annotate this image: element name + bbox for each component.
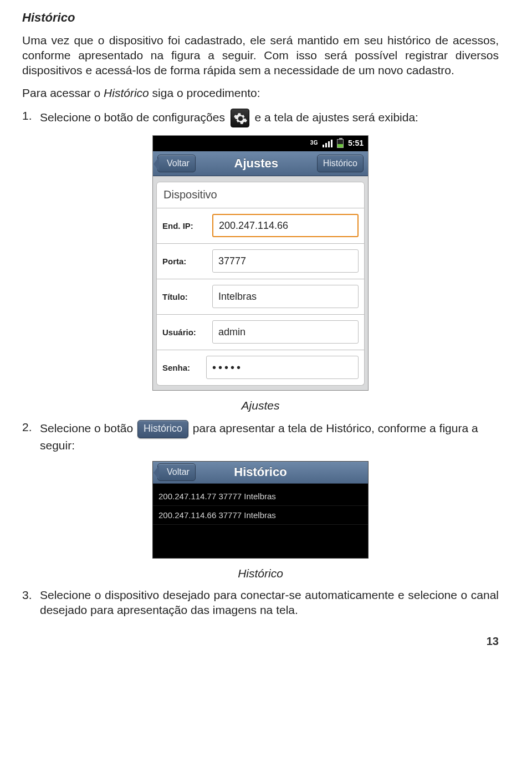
section-dispositivo: Dispositivo xyxy=(156,182,365,208)
text: para apresentar a tela de xyxy=(190,422,326,434)
step-number: 2. xyxy=(22,420,34,453)
row-ip: End. IP: xyxy=(156,208,365,244)
ip-field[interactable] xyxy=(212,214,359,237)
text: e a tela de ajustes será exibida: xyxy=(252,110,418,123)
section-heading: Histórico xyxy=(22,10,499,25)
label-title: Título: xyxy=(157,291,212,302)
nav-bar: Voltar Ajustes Histórico xyxy=(153,151,368,176)
password-field[interactable] xyxy=(206,356,359,379)
nav-title: Histórico xyxy=(153,464,368,480)
historico-list: 200.247.114.77 37777 Intelbras 200.247.1… xyxy=(153,484,368,558)
text: siga o procedimento: xyxy=(149,86,260,99)
step-number: 3. xyxy=(22,588,34,618)
step-number: 1. xyxy=(22,109,34,127)
label-port: Porta: xyxy=(157,256,212,267)
status-bar: 3G 5:51 xyxy=(153,136,368,151)
text: Selecione o botão xyxy=(40,422,136,434)
text: Selecione o botão de configurações xyxy=(40,110,228,123)
network-icon: 3G xyxy=(310,140,318,147)
step-text: Selecione o botão de configurações e a t… xyxy=(40,109,418,127)
back-button[interactable]: Voltar xyxy=(157,155,196,172)
text-italic: Histórico xyxy=(104,86,149,99)
user-field[interactable] xyxy=(212,320,359,344)
label-user: Usuário: xyxy=(157,327,212,337)
row-user: Usuário: xyxy=(156,315,365,350)
row-title: Título: xyxy=(156,279,365,315)
caption-historico: Histórico xyxy=(22,566,499,581)
step-3: 3. Selecione o dispositivo desejado para… xyxy=(22,588,499,618)
gear-icon xyxy=(231,109,249,127)
nav-bar: Voltar Histórico xyxy=(153,462,368,484)
step-2: 2. Selecione o botão Histórico para apre… xyxy=(22,420,499,453)
step-text: Selecione o botão Histórico para apresen… xyxy=(40,420,499,453)
signal-icon xyxy=(323,140,332,147)
paragraph-1: Uma vez que o dispositivo foi cadastrado… xyxy=(22,33,499,78)
text: Para acessar o xyxy=(22,86,104,99)
page-number: 13 xyxy=(22,634,499,649)
historico-screenshot: Voltar Histórico 200.247.114.77 37777 In… xyxy=(152,461,369,559)
text-italic: Histórico xyxy=(326,422,371,434)
row-pwd: Senha: xyxy=(156,350,365,386)
battery-icon xyxy=(337,139,344,148)
list-item[interactable]: 200.247.114.66 37777 Intelbras xyxy=(153,506,368,525)
historico-button[interactable]: Histórico xyxy=(317,155,364,172)
paragraph-2: Para acessar o Histórico siga o procedim… xyxy=(22,86,499,101)
step-text: Selecione o dispositivo desejado para co… xyxy=(40,588,499,618)
label-pwd: Senha: xyxy=(157,362,206,373)
historico-button-inline: Histórico xyxy=(137,420,188,438)
caption-ajustes: Ajustes xyxy=(22,398,499,413)
ajustes-screenshot: 3G 5:51 Voltar Ajustes Histórico Disposi… xyxy=(152,135,369,391)
nav-title: Ajustes xyxy=(234,156,278,171)
row-port: Porta: xyxy=(156,244,365,279)
list-item[interactable]: 200.247.114.77 37777 Intelbras xyxy=(153,487,368,506)
port-field[interactable] xyxy=(212,249,359,273)
step-1: 1. Selecione o botão de configurações e … xyxy=(22,109,499,127)
status-time: 5:51 xyxy=(348,139,364,149)
label-ip: End. IP: xyxy=(157,221,212,231)
title-field[interactable] xyxy=(212,285,359,308)
